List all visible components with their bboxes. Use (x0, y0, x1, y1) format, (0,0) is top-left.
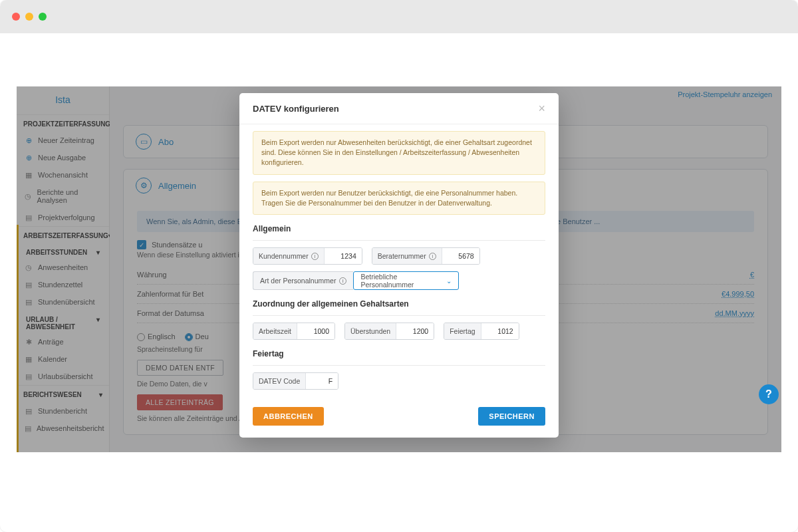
close-icon[interactable]: × (538, 102, 545, 114)
warning-absences: Beim Export werden nur Abwesenheiten ber… (253, 131, 545, 175)
datev-code-input[interactable] (306, 373, 338, 389)
window-close-dot[interactable] (12, 13, 20, 21)
section-zuordnung-title: Zuordnung der allgemeinen Gehaltsarten (253, 299, 545, 309)
datev-config-modal: DATEV konfigurieren × Beim Export werden… (239, 93, 559, 438)
field-label: Feiertag (450, 327, 475, 335)
ueberstunden-field: Überstunden (344, 323, 434, 340)
datev-code-field: DATEV Code (253, 372, 338, 390)
feiertag-assignment-input[interactable] (481, 323, 519, 339)
beraternummer-field: Beraternummeri (372, 247, 480, 265)
window-zoom-dot[interactable] (39, 13, 47, 21)
personalnummer-type-select[interactable]: Betriebliche Personalnummer ⌄ (353, 271, 459, 290)
field-label: DATEV Code (259, 377, 300, 385)
arbeitszeit-input[interactable] (297, 323, 334, 339)
personalnummer-type-field: Art der Personalnummeri Betriebliche Per… (253, 271, 459, 290)
info-icon[interactable]: i (429, 253, 436, 260)
field-label: Überstunden (350, 327, 390, 335)
field-label: Kundennummer (259, 252, 309, 260)
help-button[interactable]: ? (759, 384, 779, 404)
field-label: Art der Personalnummer (260, 277, 336, 285)
kundennummer-field: Kundennummeri (253, 247, 362, 265)
warning-personnel: Beim Export werden nur Benutzer berücksi… (253, 182, 545, 215)
section-feiertag-title: Feiertag (253, 349, 545, 358)
field-label: Beraternummer (378, 252, 426, 260)
chevron-down-icon: ⌄ (446, 277, 452, 285)
arbeitszeit-field: Arbeitszeit (253, 323, 335, 340)
field-label: Arbeitszeit (259, 327, 291, 335)
save-button[interactable]: SPEICHERN (478, 407, 545, 426)
modal-title: DATEV konfigurieren (253, 104, 339, 114)
select-value: Betriebliche Personalnummer (360, 273, 446, 289)
app-viewport: Ista PROJEKTZEITERFASSUNG▾ ⊕Neuer Zeitei… (17, 86, 781, 452)
window-minimize-dot[interactable] (25, 13, 33, 21)
feiertag-assignment-field: Feiertag (444, 323, 519, 340)
beraternummer-input[interactable] (442, 248, 479, 264)
section-allgemein-title: Allgemein (253, 224, 545, 233)
ueberstunden-input[interactable] (396, 323, 434, 339)
info-icon[interactable]: i (311, 253, 319, 260)
window-title-bar (0, 0, 798, 33)
abort-button[interactable]: ABBRECHEN (253, 407, 324, 426)
browser-frame: Ista PROJEKTZEITERFASSUNG▾ ⊕Neuer Zeitei… (0, 0, 798, 532)
kundennummer-input[interactable] (325, 248, 362, 264)
info-icon[interactable]: i (339, 277, 346, 285)
